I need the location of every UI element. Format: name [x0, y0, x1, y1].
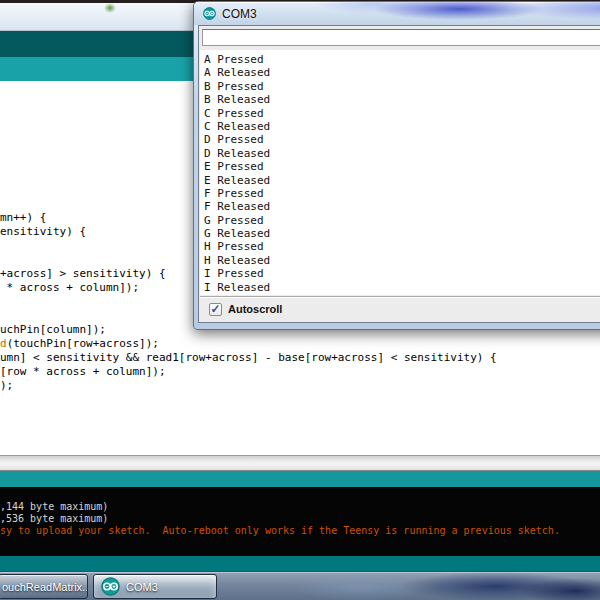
ide-footer-bar [0, 556, 600, 571]
window-title: COM3 [222, 7, 257, 21]
serial-output-list[interactable]: A PressedA ReleasedB PressedB ReleasedC … [200, 50, 600, 295]
console-line: sy to upload your sketch. Auto-reboot on… [0, 525, 600, 537]
serial-output-line: F Pressed [204, 187, 600, 200]
taskbar-glass-reflection [520, 578, 600, 600]
serial-output-line: I Pressed [204, 267, 600, 280]
serial-output-line: H Pressed [204, 240, 600, 253]
taskbar-button-sketch[interactable]: ouchReadMatrix... [0, 574, 88, 599]
serial-output-line: B Released [204, 93, 600, 106]
serial-monitor-titlebar[interactable]: COM3 [194, 2, 600, 25]
serial-output-line: F Released [204, 200, 600, 213]
taskbar: ouchReadMatrix... COM3 [0, 571, 600, 600]
code-line: [row * across + column]); [0, 365, 600, 379]
arduino-logo-icon [101, 577, 120, 596]
console-line: ,144 byte maximum) [0, 501, 600, 513]
serial-output-line: D Pressed [204, 133, 600, 146]
serial-monitor-client-area: A PressedA ReleasedB PressedB ReleasedC … [198, 25, 600, 323]
taskbar-button-label: COM3 [126, 581, 158, 593]
serial-output-line: C Pressed [204, 107, 600, 120]
screen: { "colors": { "arduino_teal_toolbar": "#… [0, 0, 600, 600]
serial-output-line: I Released [204, 281, 600, 294]
arduino-logo-icon [203, 7, 216, 20]
taskbar-button-com3[interactable]: COM3 [93, 574, 217, 599]
taskbar-button-label: ouchReadMatrix... [2, 581, 88, 593]
ide-console[interactable]: ,144 byte maximum),536 byte maximum)sy t… [0, 487, 600, 556]
autoscroll-label: Autoscroll [228, 303, 282, 315]
code-line: d(touchPin[row+across]); [0, 337, 600, 351]
serial-output-line: A Released [204, 66, 600, 79]
wallpaper-smudge [104, 3, 116, 13]
serial-output-line: A Pressed [204, 53, 600, 66]
titlebar-glass-reflection [514, 2, 600, 20]
serial-output-line: H Released [204, 254, 600, 267]
editor-horizontal-scrollbar[interactable] [0, 455, 600, 471]
serial-output-line: C Released [204, 120, 600, 133]
serial-send-input[interactable] [202, 29, 600, 46]
serial-output-line: B Pressed [204, 80, 600, 93]
ide-status-bar [0, 471, 600, 487]
serial-output-line: G Released [204, 227, 600, 240]
console-output: ,144 byte maximum),536 byte maximum)sy t… [0, 501, 600, 537]
serial-output-line: D Released [204, 147, 600, 160]
code-line: umn] < sensitivity && read1[row+across] … [0, 351, 600, 365]
serial-output-line: G Pressed [204, 214, 600, 227]
serial-monitor-window: COM3 A PressedA ReleasedB PressedB Relea… [193, 1, 600, 330]
serial-monitor-bottom-bar: ✓ Autoscroll [200, 296, 600, 321]
autoscroll-checkbox[interactable]: ✓ [209, 303, 222, 316]
serial-output-line: E Pressed [204, 160, 600, 173]
serial-output-line: E Released [204, 174, 600, 187]
code-line: ); [0, 379, 600, 393]
console-line: ,536 byte maximum) [0, 513, 600, 525]
